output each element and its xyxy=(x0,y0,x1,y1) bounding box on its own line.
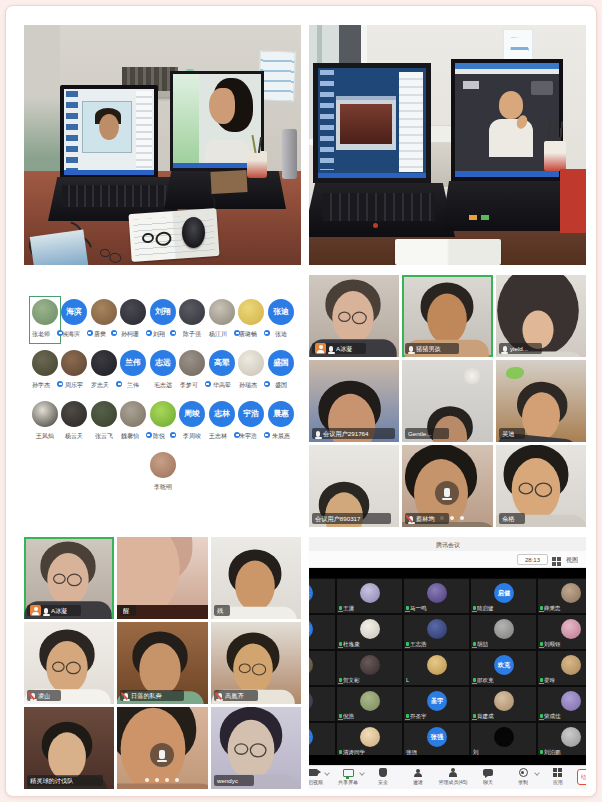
meeting-tile[interactable]: 昊天 xyxy=(309,578,336,614)
meeting-tile[interactable] xyxy=(309,686,336,722)
roster-member[interactable]: 孙瑞杰 xyxy=(238,350,265,388)
roster-member[interactable]: 周乐宇 xyxy=(61,350,88,388)
meeting-tile[interactable]: 萌萌 xyxy=(309,614,336,650)
meeting-tile[interactable]: 小奇 xyxy=(309,722,336,755)
roster-member[interactable]: 张迪张迪 xyxy=(267,299,294,337)
meeting-tile[interactable]: 欢克邵欢克 xyxy=(470,650,537,686)
meeting-tile[interactable]: 肖建成 xyxy=(470,686,537,722)
initials-avatar: 欢克 xyxy=(494,655,514,675)
apps-button[interactable]: 应用 xyxy=(545,768,571,788)
camera-button[interactable]: 开启视频 xyxy=(309,768,326,788)
meeting-tile[interactable]: 杜逸康 xyxy=(336,614,403,650)
meeting-tile[interactable]: 启健陆启健 xyxy=(470,578,537,614)
roster-member[interactable]: 陈子强 xyxy=(179,299,206,337)
video-tile[interactable]: A冰凝 xyxy=(24,537,114,619)
video-tile[interactable]: 日落的私奔 xyxy=(117,622,207,704)
roster-member[interactable]: 李晓明 xyxy=(149,452,176,490)
meeting-tile[interactable]: L xyxy=(403,650,470,686)
shield-button[interactable]: 安全 xyxy=(370,768,396,788)
meeting-tile[interactable]: 马一鸣 xyxy=(403,578,470,614)
meeting-tile[interactable]: 清涛同学 xyxy=(336,722,403,755)
video-tile[interactable]: 精灵球的讨伐队 xyxy=(24,707,114,789)
label: 开启视频 xyxy=(309,779,323,785)
label: 刘泊鹏 xyxy=(544,749,561,755)
meeting-tile[interactable]: 圣宇乔圣宇 xyxy=(403,686,470,722)
roster-member[interactable]: 陈悦 xyxy=(149,401,176,439)
roster-member[interactable]: 王凤灿 xyxy=(31,401,58,439)
girl-profile-face xyxy=(209,88,235,124)
roster-member[interactable]: 晨惠朱晨惠 xyxy=(267,401,294,439)
video-tile[interactable]: 佘格 xyxy=(496,445,586,527)
video-tile[interactable]: 高胤齐 xyxy=(211,622,301,704)
video-tile[interactable]: yield... xyxy=(496,275,586,357)
roster-member[interactable]: 张云飞 xyxy=(90,401,117,439)
computer-mouse xyxy=(182,217,205,248)
initials-avatar: 晨惠 xyxy=(268,401,294,427)
meeting-tile[interactable]: 刘顺钰 xyxy=(537,614,586,650)
video-tile[interactable]: 蔡林均 xyxy=(402,445,492,527)
video-tile[interactable]: 凌山 xyxy=(24,622,114,704)
video-tile[interactable]: 会议用户291764 xyxy=(309,360,399,442)
mic-overlay xyxy=(435,481,459,505)
layout-switch-button[interactable]: 视图 xyxy=(552,554,582,565)
roster-member[interactable]: 罗志天 xyxy=(90,350,117,388)
meeting-tile[interactable]: 娄玲 xyxy=(537,650,586,686)
roster-member[interactable]: 刘翔刘翔 xyxy=(149,299,176,337)
video-tile[interactable]: 会议用户890317 xyxy=(309,445,399,527)
meeting-tile[interactable]: 薛秉忠 xyxy=(537,578,586,614)
members-button[interactable]: 管理成员(45) xyxy=(440,768,466,788)
meeting-tile[interactable]: 倪浩 xyxy=(336,686,403,722)
video-tile[interactable]: A冰凝 xyxy=(309,275,399,357)
roster-member[interactable]: 周竣李周竣 xyxy=(179,401,206,439)
meeting-tile[interactable]: 王潇 xyxy=(336,578,403,614)
video-tile[interactable]: 残 xyxy=(211,537,301,619)
roster-member[interactable]: 志林王志林 xyxy=(208,401,235,439)
end-meeting-button-clipped[interactable]: 结束会议 xyxy=(577,769,586,787)
video-tile[interactable] xyxy=(117,707,207,789)
roster-member[interactable]: 杨云天 xyxy=(61,401,88,439)
label: 结束会议 xyxy=(581,774,586,780)
photo-avatar xyxy=(150,452,176,478)
label: 唐璐畅 xyxy=(239,330,257,337)
video-tile[interactable]: Gentle... xyxy=(402,360,492,442)
video-tile[interactable]: 醒 xyxy=(117,537,207,619)
roster-member[interactable]: 孙柯珊 xyxy=(120,299,147,337)
meeting-tile[interactable]: 张强张强 xyxy=(403,722,470,755)
right-laptop-keyboard xyxy=(441,181,575,231)
roster-member[interactable]: 海滨候海滨 xyxy=(61,299,88,337)
initials-avatar: 兰伟 xyxy=(120,350,146,376)
label: 李晓明 xyxy=(154,483,172,490)
meeting-tile[interactable]: 贺文彬 xyxy=(336,650,403,686)
roster-member[interactable]: 宇浩朱宇浩 xyxy=(238,401,265,439)
meeting-tile[interactable]: 刘泊鹏 xyxy=(537,722,586,755)
label: 王潇 xyxy=(343,605,354,611)
mic-on-icon xyxy=(473,678,476,682)
roster-member[interactable]: 兰伟兰伟 xyxy=(120,350,147,388)
record-button[interactable]: 录制 xyxy=(510,768,536,788)
meeting-tile[interactable]: 荣成佳 xyxy=(537,686,586,722)
label: 残 xyxy=(217,607,223,614)
roster-member[interactable]: 唐樊 xyxy=(90,299,117,337)
share-button[interactable]: 共享屏幕 xyxy=(335,768,361,788)
roster-member[interactable]: 志远毛志远 xyxy=(149,350,176,388)
meeting-tile[interactable]: 胡喆 xyxy=(470,614,537,650)
video-tile[interactable]: wendyc xyxy=(211,707,301,789)
end-meeting-button[interactable]: 结束会议 xyxy=(577,769,586,785)
video-tile[interactable]: 吴迪 xyxy=(496,360,586,442)
roster-member[interactable]: 高翚华高翚 xyxy=(208,350,235,388)
roster-member[interactable]: 唐璐畅 xyxy=(238,299,265,337)
video-tile[interactable]: 猪猪男孩 xyxy=(402,275,492,357)
meeting-tile[interactable] xyxy=(309,650,336,686)
meeting-tile[interactable]: 王志浩 xyxy=(403,614,470,650)
photo-avatar xyxy=(427,655,447,675)
roster-member[interactable]: 杨江川 xyxy=(208,299,235,337)
chat-button[interactable]: 聊天 xyxy=(475,768,501,788)
roster-member[interactable]: 魏馨怡 xyxy=(120,401,147,439)
roster-member[interactable]: 孙学杰 xyxy=(31,350,58,388)
meeting-tile[interactable]: 刘 xyxy=(470,722,537,755)
roster-member[interactable]: 李梦可 xyxy=(179,350,206,388)
invite-button[interactable]: 邀请 xyxy=(405,768,431,788)
roster-member[interactable]: 盛国盛国 xyxy=(267,350,294,388)
stage-row: 萌萌杜逸康王志浩胡喆刘顺钰 xyxy=(309,614,586,650)
roster-member[interactable]: 张老师 xyxy=(31,299,58,337)
